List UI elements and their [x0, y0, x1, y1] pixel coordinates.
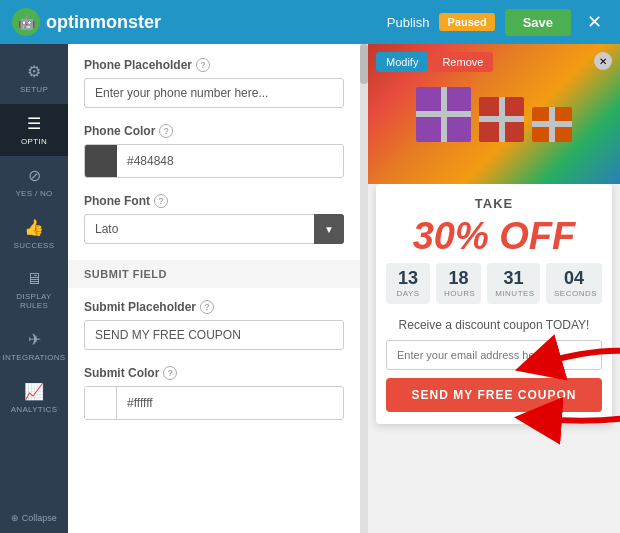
phone-font-label: Phone Font ? [84, 194, 344, 208]
sidebar-item-success[interactable]: 👍 SUCCESS [0, 208, 68, 260]
sidebar-item-label: INTEGRATIONS [3, 353, 66, 362]
thumbsup-icon: 👍 [24, 218, 44, 237]
timer-seconds-value: 04 [554, 269, 594, 287]
coupon-discount-label: 30% OFF [376, 215, 612, 263]
logo-icon: 🤖 [12, 8, 40, 36]
timer-hours-label: HOURS [444, 289, 473, 298]
coupon-submit-button[interactable]: SEND MY FREE COUPON [386, 378, 602, 412]
timer-hours: 18 HOURS [436, 263, 481, 304]
sidebar-item-integrations[interactable]: ✈ INTEGRATIONS [0, 320, 68, 372]
submit-color-group: Submit Color ? [84, 366, 344, 420]
gift-box-2 [479, 97, 524, 142]
logo: 🤖 optinmonster [12, 8, 161, 36]
preview-close-button[interactable]: ✕ [594, 52, 612, 70]
gift-box-1 [416, 87, 471, 142]
sidebar-item-label: OPTIN [21, 137, 47, 146]
submit-placeholder-group: Submit Placeholder ? [84, 300, 344, 350]
ribbon-v [441, 87, 447, 142]
preview-panel: Modify Remove ✕ TA [368, 44, 620, 533]
header-actions: Publish Paused Save ✕ [387, 9, 608, 36]
timer-days: 13 DAYS [386, 263, 430, 304]
publish-label: Publish [387, 15, 430, 30]
sidebar-item-label: YES / NO [15, 189, 52, 198]
monitor-icon: 🖥 [26, 270, 42, 288]
gift-box-3 [532, 107, 572, 142]
phone-placeholder-group: Phone Placeholder ? [84, 58, 344, 108]
coupon-take-label: TAKE [376, 184, 612, 215]
phone-color-row [84, 144, 344, 178]
timer-minutes: 31 MINUTES [487, 263, 540, 304]
integrations-icon: ✈ [28, 330, 41, 349]
phone-placeholder-label: Phone Placeholder ? [84, 58, 344, 72]
submit-color-row [84, 386, 344, 420]
submit-color-input[interactable] [117, 389, 343, 417]
menu-icon: ☰ [27, 114, 41, 133]
yesno-icon: ⊘ [28, 166, 41, 185]
submit-field-section-header: SUBMIT FIELD [68, 260, 360, 288]
sidebar-item-label: SUCCESS [14, 241, 55, 250]
help-icon[interactable]: ? [196, 58, 210, 72]
remove-button[interactable]: Remove [432, 52, 493, 72]
phone-color-group: Phone Color ? [84, 124, 344, 178]
sidebar-item-label: ANALYTICS [11, 405, 58, 414]
settings-panel: Phone Placeholder ? Phone Color ? [68, 44, 368, 533]
sidebar-item-label: DISPLAY RULES [4, 292, 64, 310]
preview-toolbar: Modify Remove [376, 52, 493, 72]
phone-font-select-wrapper: Lato Arial Georgia Verdana ▼ [84, 214, 344, 244]
help-icon[interactable]: ? [154, 194, 168, 208]
submit-placeholder-input[interactable] [84, 320, 344, 350]
sidebar-item-label: SETUP [20, 85, 48, 94]
modify-button[interactable]: Modify [376, 52, 428, 72]
timer-days-label: DAYS [394, 289, 422, 298]
coupon-subtitle: Receive a discount coupon TODAY! [376, 314, 612, 340]
logo-text: optinmonster [46, 12, 161, 33]
timer-minutes-label: MINUTES [495, 289, 532, 298]
paused-badge: Paused [439, 13, 494, 31]
coupon-timer: 13 DAYS 18 HOURS 31 MINUTES 04 SECONDS [376, 263, 612, 314]
timer-hours-value: 18 [444, 269, 473, 287]
ribbon-v [549, 107, 555, 142]
help-icon[interactable]: ? [159, 124, 173, 138]
save-button[interactable]: Save [505, 9, 571, 36]
submit-color-label: Submit Color ? [84, 366, 344, 380]
submit-placeholder-label: Submit Placeholder ? [84, 300, 344, 314]
main-layout: ⚙ SETUP ☰ OPTIN ⊘ YES / NO 👍 SUCCESS 🖥 D… [0, 44, 620, 533]
timer-seconds: 04 SECONDS [546, 263, 602, 304]
phone-color-label: Phone Color ? [84, 124, 344, 138]
gear-icon: ⚙ [27, 62, 41, 81]
sidebar-collapse[interactable]: ⊕ Collapse [0, 503, 68, 533]
sidebar-item-optin[interactable]: ☰ OPTIN [0, 104, 68, 156]
sidebar-item-display-rules[interactable]: 🖥 DISPLAY RULES [0, 260, 68, 320]
phone-font-select[interactable]: Lato Arial Georgia Verdana [84, 214, 344, 244]
header: 🤖 optinmonster Publish Paused Save ✕ [0, 0, 620, 44]
timer-minutes-value: 31 [495, 269, 532, 287]
coupon-card: TAKE 30% OFF 13 DAYS 18 HOURS 31 MINUTES… [376, 184, 612, 424]
sidebar: ⚙ SETUP ☰ OPTIN ⊘ YES / NO 👍 SUCCESS 🖥 D… [0, 44, 68, 533]
phone-font-group: Phone Font ? Lato Arial Georgia Verdana … [84, 194, 344, 244]
analytics-icon: 📈 [24, 382, 44, 401]
timer-seconds-label: SECONDS [554, 289, 594, 298]
help-icon[interactable]: ? [163, 366, 177, 380]
sidebar-item-setup[interactable]: ⚙ SETUP [0, 52, 68, 104]
phone-color-input[interactable] [117, 147, 343, 175]
submit-color-swatch[interactable] [85, 387, 117, 419]
collapse-label: ⊕ Collapse [11, 513, 57, 523]
help-icon[interactable]: ? [200, 300, 214, 314]
coupon-email-input[interactable] [386, 340, 602, 370]
sidebar-item-analytics[interactable]: 📈 ANALYTICS [0, 372, 68, 424]
phone-placeholder-input[interactable] [84, 78, 344, 108]
ribbon-v [499, 97, 505, 142]
gift-boxes [406, 77, 582, 152]
close-button[interactable]: ✕ [581, 9, 608, 35]
phone-color-swatch[interactable] [85, 145, 117, 177]
sidebar-item-yesno[interactable]: ⊘ YES / NO [0, 156, 68, 208]
timer-days-value: 13 [394, 269, 422, 287]
